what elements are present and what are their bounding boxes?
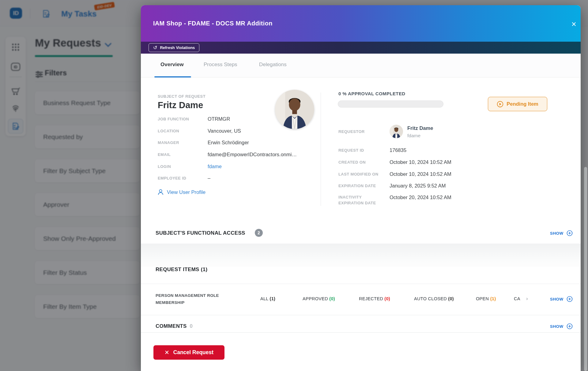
status-label: OPEN (476, 296, 489, 301)
last-modified-on-label: LAST MODIFIED ON (338, 172, 381, 176)
section-divider-band (141, 244, 581, 267)
location-label: LOCATION (158, 129, 207, 133)
status-all[interactable]: ALL (1) (260, 296, 275, 301)
comments-title: COMMENTS0 (156, 323, 193, 329)
tab-process-steps[interactable]: Process Steps (204, 62, 237, 68)
cancel-request-label: Cancel Request (173, 349, 213, 356)
requestor-label: REQUESTOR (338, 129, 381, 134)
request-detail-modal: IAM Shop - FDAME - DOCS MR Addition × ↺ … (141, 5, 581, 371)
view-user-profile-label: View User Profile (167, 189, 205, 195)
refresh-violations-button[interactable]: ↺ Refresh Violations (149, 43, 199, 52)
status-label: CA (514, 296, 520, 301)
tab-delegations[interactable]: Delegations (259, 62, 287, 68)
employee-id-value: – (208, 175, 210, 181)
refresh-violations-label: Refresh Violations (160, 45, 195, 50)
violations-bar: ↺ Refresh Violations (141, 42, 581, 54)
requestor-name: Fritz Dame (407, 125, 433, 131)
status-approved[interactable]: APPROVED (0) (303, 296, 335, 301)
pending-item-button[interactable]: Pending Item (488, 97, 547, 111)
request-item-name-line1: PERSON MANAGEMENT ROLE (156, 293, 219, 298)
subject-of-request-label: SUBJECT OF REQUEST (158, 94, 205, 99)
last-modified-on-value: October 10, 2024 10:52 AM (390, 171, 451, 177)
cancel-request-button[interactable]: ✕ Cancel Request (153, 345, 224, 360)
status-rejected[interactable]: REJECTED (0) (359, 296, 390, 301)
subject-avatar (275, 90, 314, 129)
comments-title-text: COMMENTS (156, 323, 187, 329)
functional-access-title: SUBJECT'S FUNCTIONAL ACCESS (156, 230, 245, 236)
requestor-avatar (390, 125, 403, 138)
status-count: (0) (384, 296, 390, 301)
email-label: EMAIL (158, 152, 207, 157)
inactivity-expiration-date-value: October 20, 2024 10:52 AM (390, 195, 451, 200)
request-id-value: 176835 (390, 147, 406, 153)
created-on-value: October 10, 2024 10:52 AM (390, 159, 451, 165)
comments-show-button[interactable]: SHOW (550, 323, 573, 329)
login-label: LOGIN (158, 164, 207, 169)
plus-circle-icon (567, 296, 573, 302)
status-label: APPROVED (303, 296, 328, 301)
request-id-label: REQUEST ID (338, 148, 381, 153)
status-label: REJECTED (359, 296, 383, 301)
employee-id-label: EMPLOYEE ID (158, 176, 207, 180)
login-link[interactable]: fdame (208, 164, 222, 169)
comments-count: 0 (190, 323, 193, 329)
functional-access-count-badge: 2 (255, 229, 263, 237)
status-count: (1) (270, 296, 276, 301)
column-divider (321, 93, 321, 206)
approval-progress-bar (338, 100, 443, 108)
manager-label: MANAGER (158, 140, 207, 145)
request-items-show-button[interactable]: SHOW (550, 296, 573, 302)
job-function-label: JOB FUNCTION (158, 117, 207, 121)
location-value: Vancouver, US (208, 128, 241, 134)
plus-circle-icon (567, 230, 573, 236)
active-tab-underline (154, 76, 191, 78)
expiration-date-label: EXPIRATION DATE (338, 184, 381, 188)
expiration-date-value: January 8, 2025 9:52 AM (390, 183, 446, 189)
tabs-row: Overview Process Steps Delegations (141, 54, 581, 78)
play-circle-icon (497, 101, 503, 108)
approval-progress-label: 0 % APPROVAL COMPLETED (338, 91, 405, 96)
tab-overview[interactable]: Overview (160, 62, 184, 68)
status-count: (0) (448, 296, 454, 301)
status-count: (1) (490, 296, 496, 301)
show-label: SHOW (550, 297, 564, 301)
status-open[interactable]: OPEN (1) (476, 296, 496, 301)
modal-title: IAM Shop - FDAME - DOCS MR Addition (153, 20, 273, 27)
plus-circle-icon (567, 323, 573, 329)
comments-separator (141, 332, 581, 333)
email-value: fdame@EmpowerIDContractors.onmi… (208, 152, 297, 157)
refresh-icon: ↺ (153, 45, 157, 50)
show-label: SHOW (550, 324, 564, 329)
status-auto-closed[interactable]: AUTO CLOSED (0) (414, 296, 454, 301)
close-icon[interactable]: × (568, 19, 579, 30)
x-icon: ✕ (164, 349, 169, 356)
job-function-value: OTRMGR (208, 116, 230, 122)
created-on-label: CREATED ON (338, 160, 381, 165)
status-canceled-truncated[interactable]: CA (514, 296, 520, 301)
request-items-title: REQUEST ITEMS (1) (156, 267, 207, 273)
request-item-name: PERSON MANAGEMENT ROLE MEMBERSHIP (156, 292, 232, 306)
request-item-row: PERSON MANAGEMENT ROLE MEMBERSHIP ALL (1… (141, 284, 581, 315)
requestor-login: fdame (407, 133, 420, 138)
view-user-profile-link[interactable]: View User Profile (158, 189, 205, 195)
manager-value: Erwin Schrödinger (208, 140, 249, 146)
subject-name: Fritz Dame (158, 100, 203, 110)
status-count: (0) (329, 296, 335, 301)
functional-access-section: SUBJECT'S FUNCTIONAL ACCESS 2 SHOW (141, 229, 581, 241)
status-label: ALL (260, 296, 268, 301)
status-label: AUTO CLOSED (414, 296, 447, 301)
comments-section: COMMENTS0 SHOW (141, 321, 581, 334)
pending-item-label: Pending Item (507, 101, 538, 107)
inactivity-expiration-date-label: INACTIVITY EXPIRATION DATE (338, 194, 381, 206)
modal-header: IAM Shop - FDAME - DOCS MR Addition × (141, 5, 581, 42)
functional-access-show-button[interactable]: SHOW (550, 230, 573, 236)
show-label: SHOW (550, 231, 564, 236)
request-item-name-line2: MEMBERSHIP (156, 300, 185, 305)
person-icon (158, 189, 164, 195)
scrollbar-thumb[interactable] (584, 167, 587, 371)
screen: ID My Tasks EID-DEV ID (0, 0, 588, 371)
chevron-right-icon[interactable]: › (526, 296, 528, 302)
